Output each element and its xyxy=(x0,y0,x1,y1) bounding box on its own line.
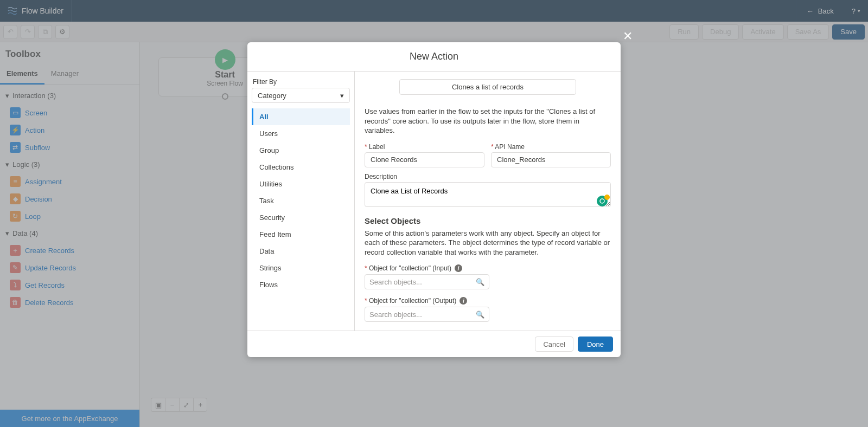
category-security[interactable]: Security xyxy=(252,209,350,226)
action-help-text: Use values from earlier in the flow to s… xyxy=(365,107,611,135)
search-icon: 🔍 xyxy=(476,310,484,319)
select-objects-help: Some of this action's parameters work wi… xyxy=(365,229,611,257)
category-strings[interactable]: Strings xyxy=(252,260,350,276)
category-utilities[interactable]: Utilities xyxy=(252,176,350,192)
category-flows[interactable]: Flows xyxy=(252,276,350,293)
done-button[interactable]: Done xyxy=(578,337,613,352)
grammarly-alert-icon xyxy=(604,195,610,200)
category-users[interactable]: Users xyxy=(252,125,350,142)
category-group[interactable]: Group xyxy=(252,142,350,159)
category-feed-item[interactable]: Feed Item xyxy=(252,226,350,243)
category-list: All Users Group Collections Utilities Ta… xyxy=(252,108,350,293)
modal-overlay: ✕ New Action Filter By Category ▾ All Us… xyxy=(0,0,868,427)
category-collections[interactable]: Collections xyxy=(252,159,350,176)
search-placeholder: Search objects... xyxy=(369,310,422,319)
search-icon: 🔍 xyxy=(476,278,484,286)
modal-footer: Cancel Done xyxy=(247,331,621,357)
info-icon[interactable]: i xyxy=(455,264,462,272)
search-placeholder: Search objects... xyxy=(369,278,422,286)
category-task[interactable]: Task xyxy=(252,192,350,209)
chevron-down-icon: ▾ xyxy=(340,92,344,100)
object-output-label: Object for "collection" (Output)i xyxy=(365,297,611,305)
filter-by-label: Filter By xyxy=(252,78,350,86)
category-all[interactable]: All xyxy=(252,108,350,125)
svg-point-0 xyxy=(600,199,604,203)
object-input-label: Object for "collection" (Input)i xyxy=(365,264,611,272)
filter-by-value: Category xyxy=(258,92,286,100)
info-icon[interactable]: i xyxy=(459,297,467,305)
selected-action-name[interactable]: Clones a list of records xyxy=(399,79,576,95)
label-input[interactable] xyxy=(365,152,484,167)
action-config-panel: Clones a list of records Use values from… xyxy=(355,72,621,331)
modal-title: New Action xyxy=(247,42,621,72)
api-name-field-label: API Name xyxy=(491,143,611,151)
new-action-modal: ✕ New Action Filter By Category ▾ All Us… xyxy=(247,42,621,357)
object-output-search[interactable]: Search objects... 🔍 xyxy=(365,307,489,322)
api-name-input[interactable] xyxy=(491,152,611,167)
description-field-label: Description xyxy=(365,173,611,180)
cancel-button[interactable]: Cancel xyxy=(535,337,573,352)
filter-by-select[interactable]: Category ▾ xyxy=(252,88,350,103)
close-button[interactable]: ✕ xyxy=(623,29,636,42)
select-objects-title: Select Objects xyxy=(365,216,611,225)
category-data[interactable]: Data xyxy=(252,243,350,260)
filter-panel: Filter By Category ▾ All Users Group Col… xyxy=(247,72,355,331)
object-input-search[interactable]: Search objects... 🔍 xyxy=(365,274,489,289)
close-icon: ✕ xyxy=(623,29,633,43)
label-field-label: Label xyxy=(365,143,484,151)
description-input[interactable] xyxy=(365,182,611,207)
